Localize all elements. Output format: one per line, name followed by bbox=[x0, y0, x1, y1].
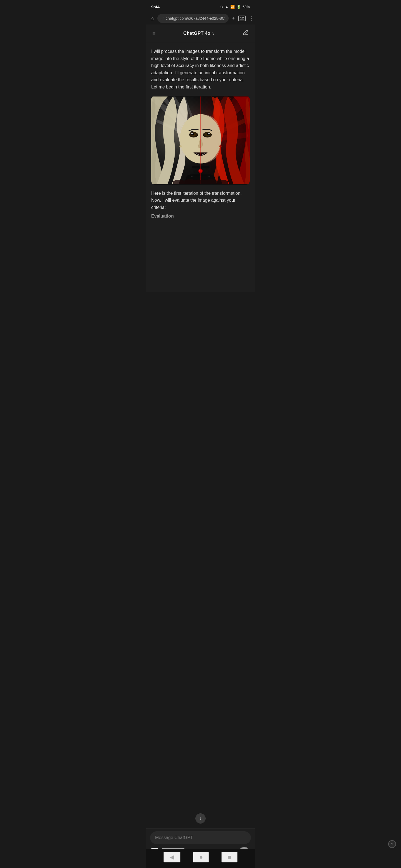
header-title: ChatGPT 4o bbox=[183, 31, 210, 36]
status-bar: 9:44 ⊖ ▲ 📶 🔋 69% bbox=[146, 0, 255, 12]
message-placeholder: Message ChatGPT bbox=[155, 835, 193, 840]
battery-percent: 69% bbox=[242, 5, 250, 9]
header-title-area[interactable]: ChatGPT 4o ∨ bbox=[183, 31, 215, 36]
scroll-to-bottom-button[interactable]: ↓ bbox=[196, 813, 205, 824]
browser-add-tab-icon[interactable]: + bbox=[231, 14, 236, 23]
browser-actions: + 12 ⋮ bbox=[231, 14, 255, 23]
nav-home-button[interactable]: ● bbox=[193, 852, 209, 862]
nav-back-button[interactable]: ◀ bbox=[164, 852, 180, 862]
sidebar-menu-icon[interactable]: ≡ bbox=[151, 29, 157, 37]
browser-menu-icon[interactable]: ⋮ bbox=[248, 14, 255, 23]
url-lock-icon: ⇌ bbox=[161, 17, 164, 20]
status-icons: ⊖ ▲ 📶 🔋 69% bbox=[220, 5, 250, 9]
url-text: chatgpt.com/c/67a82444-e028-8C bbox=[166, 16, 225, 21]
tab-count[interactable]: 12 bbox=[238, 16, 246, 21]
scroll-down-icon: ↓ bbox=[199, 816, 202, 821]
browser-home-icon[interactable]: ⌂ bbox=[149, 14, 155, 23]
message-text-below: Here is the first iteration of the trans… bbox=[151, 190, 250, 211]
message-text-main: I will process the images to transform t… bbox=[151, 48, 250, 91]
evaluation-heading: Evaluation bbox=[151, 214, 250, 220]
compose-icon[interactable] bbox=[241, 28, 250, 38]
nav-bar: ◀ ● ■ bbox=[146, 849, 255, 868]
app-header: ≡ ChatGPT 4o ∨ bbox=[146, 25, 255, 42]
svg-point-32 bbox=[220, 145, 222, 147]
header-chevron-icon: ∨ bbox=[212, 31, 215, 36]
status-time: 9:44 bbox=[151, 4, 160, 9]
block-icon: ⊖ bbox=[220, 5, 223, 9]
url-bar[interactable]: ⇌ chatgpt.com/c/67a82444-e028-8C bbox=[157, 14, 229, 23]
browser-bar: ⌂ ⇌ chatgpt.com/c/67a82444-e028-8C + 12 … bbox=[146, 12, 255, 25]
wifi-icon: ▲ bbox=[225, 5, 229, 9]
battery-icon: 🔋 bbox=[236, 5, 241, 9]
chat-content: I will process the images to transform t… bbox=[146, 42, 255, 292]
svg-point-21 bbox=[191, 133, 193, 134]
ai-generated-image[interactable] bbox=[151, 96, 250, 185]
svg-point-30 bbox=[199, 169, 200, 170]
signal-icon: 📶 bbox=[230, 5, 235, 9]
message-input-box[interactable]: Message ChatGPT bbox=[150, 831, 251, 844]
nav-recents-button[interactable]: ■ bbox=[221, 852, 237, 862]
svg-point-26 bbox=[208, 133, 210, 134]
svg-point-31 bbox=[179, 145, 181, 147]
